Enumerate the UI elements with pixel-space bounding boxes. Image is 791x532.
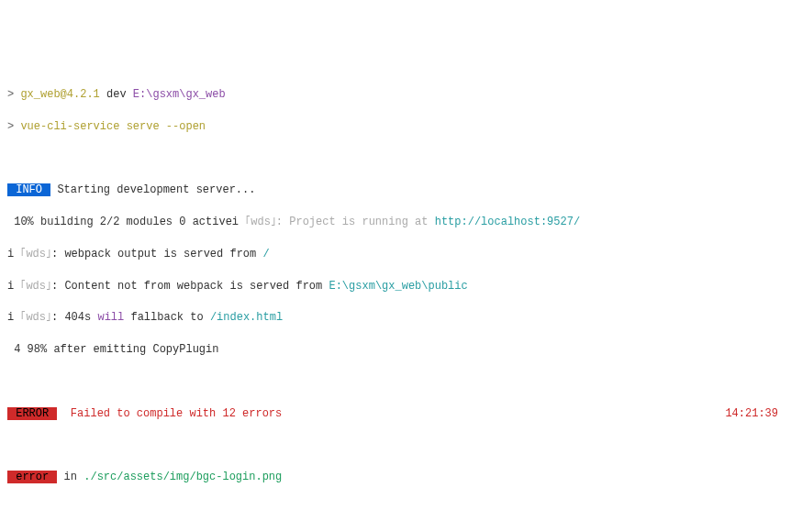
emit-line: 4 98% after emitting CopyPlugin xyxy=(7,342,784,358)
prompt: > xyxy=(7,88,20,101)
i-marker: i xyxy=(232,216,239,228)
cmd-line-2: > vue-cli-service serve --open xyxy=(7,119,784,135)
public-path: E:\gsxm\gx_web\public xyxy=(329,280,467,293)
local-url: http://localhost:9527/ xyxy=(435,216,580,228)
error-1-header: error in ./src/assets/img/bgc-login.png xyxy=(7,470,784,485)
info-badge: INFO xyxy=(7,183,50,196)
wds-line-4: i ｢wds｣: 404s will fallback to /index.ht… xyxy=(7,310,784,326)
fail-time: 14:21:39 xyxy=(725,406,784,422)
error-badge: ERROR xyxy=(7,407,57,420)
error-badge: error xyxy=(7,471,57,483)
info-start: INFO Starting development server... xyxy=(7,183,784,198)
wds-line-3: i ｢wds｣: Content not from webpack is ser… xyxy=(7,279,784,294)
cwd-path: E:\gsxm\gx_web xyxy=(133,88,226,101)
error-file-1: ./src/assets/img/bgc-login.png xyxy=(84,471,282,483)
pkg-name: gx_web@4.2.1 xyxy=(20,88,99,101)
wds-line-2: i ｢wds｣: webpack output is served from / xyxy=(7,247,784,262)
terminal-output: > gx_web@4.2.1 dev E:\gsxm\gx_web > vue-… xyxy=(7,72,784,532)
build-progress: 10% building 2/2 modules 0 activei ｢wds｣… xyxy=(7,215,784,230)
compile-failed: ERROR Failed to compile with 12 errors14… xyxy=(7,406,784,422)
cmd-line-1: > gx_web@4.2.1 dev E:\gsxm\gx_web xyxy=(7,87,784,103)
serve-cmd: vue-cli-service serve --open xyxy=(20,120,206,133)
fail-msg: Failed to compile with 12 errors xyxy=(57,407,282,420)
